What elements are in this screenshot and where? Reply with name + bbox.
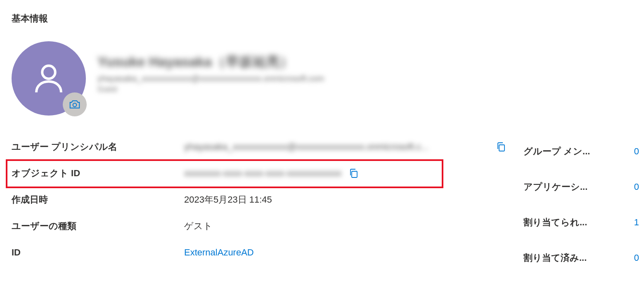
stat-label-assigned-roles: 割り当てられ... (523, 216, 587, 229)
stats-column: グループ メン... 0 アプリケーシ... 0 割り当てられ... 1 割り当… (523, 134, 639, 276)
stat-row-assigned-roles[interactable]: 割り当てられ... 1 (523, 205, 639, 240)
prop-value-object-id-text: xxxxxxxx-xxxx-xxxx-xxxx-xxxxxxxxxxxx (184, 168, 341, 179)
properties-column: ユーザー プリンシパル名 yhayasaka_xxxxxxxxxxxx@xxxx… (12, 134, 507, 276)
stat-label-assigned-licenses: 割り当て済み... (523, 252, 587, 264)
copy-icon (496, 142, 506, 152)
prop-label-object-id: オブジェクト ID (12, 167, 184, 180)
prop-value-identity: ExternalAzureAD (184, 247, 507, 258)
profile-header: Yusuke Hayasaka（早坂祐亮） yhayasaka_xxxxxxxx… (12, 41, 632, 116)
prop-value-user-type-text: ゲスト (184, 220, 213, 232)
prop-value-created-text: 2023年5月23日 11:45 (184, 194, 272, 206)
stat-row-groups[interactable]: グループ メン... 0 (523, 134, 639, 169)
svg-point-0 (42, 66, 55, 79)
prop-value-user-type: ゲスト (184, 220, 507, 232)
stat-row-assigned-licenses[interactable]: 割り当て済み... 0 (523, 240, 639, 276)
stat-label-groups: グループ メン... (523, 145, 590, 158)
section-title: 基本情報 (12, 12, 632, 25)
prop-value-object-id: xxxxxxxx-xxxx-xxxx-xxxx-xxxxxxxxxxxx (184, 167, 507, 180)
stat-value-apps: 0 (627, 182, 639, 192)
camera-badge-button[interactable] (63, 92, 87, 116)
prop-value-upn-text: yhayasaka_xxxxxxxxxxxx@xxxxxxxxxxxxxxx.o… (184, 142, 489, 152)
stat-value-assigned-roles: 1 (627, 217, 639, 228)
stat-row-apps[interactable]: アプリケーシ... 0 (523, 169, 639, 205)
person-icon (30, 60, 67, 97)
prop-row-upn: ユーザー プリンシパル名 yhayasaka_xxxxxxxxxxxx@xxxx… (12, 134, 507, 160)
prop-label-created: 作成日時 (12, 194, 184, 206)
stat-value-assigned-licenses: 0 (627, 253, 639, 263)
prop-label-identity: ID (12, 247, 184, 258)
prop-row-user-type: ユーザーの種類 ゲスト (12, 213, 507, 239)
profile-text: Yusuke Hayasaka（早坂祐亮） yhayasaka_xxxxxxxx… (97, 41, 324, 94)
svg-rect-3 (352, 171, 357, 177)
prop-value-upn: yhayasaka_xxxxxxxxxxxx@xxxxxxxxxxxxxxx.o… (184, 141, 507, 153)
stat-value-groups: 0 (627, 146, 639, 157)
user-type-subtitle: Guest (97, 85, 324, 94)
upn-subtitle: yhayasaka_xxxxxxxxxxxx@xxxxxxxxxxxxxxx.o… (97, 74, 324, 83)
prop-row-created: 作成日時 2023年5月23日 11:45 (12, 187, 507, 213)
prop-label-user-type: ユーザーの種類 (12, 220, 184, 232)
prop-value-identity-link[interactable]: ExternalAzureAD (184, 247, 254, 258)
prop-row-object-id: オブジェクト ID xxxxxxxx-xxxx-xxxx-xxxx-xxxxxx… (12, 160, 507, 187)
stat-label-apps: アプリケーシ... (523, 181, 587, 193)
camera-icon (69, 99, 81, 110)
copy-upn-button[interactable] (495, 141, 507, 153)
copy-icon (348, 168, 358, 179)
svg-point-1 (73, 103, 77, 107)
prop-label-upn: ユーザー プリンシパル名 (12, 141, 184, 153)
display-name: Yusuke Hayasaka（早坂祐亮） (97, 53, 324, 71)
prop-value-created: 2023年5月23日 11:45 (184, 194, 507, 206)
avatar-wrap (12, 41, 86, 116)
svg-rect-2 (499, 145, 504, 151)
copy-object-id-button[interactable] (347, 167, 360, 180)
prop-row-identity: ID ExternalAzureAD (12, 239, 507, 266)
